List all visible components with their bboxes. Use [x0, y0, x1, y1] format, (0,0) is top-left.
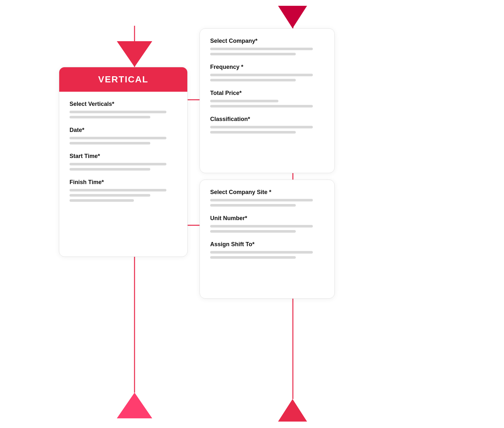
- field-group-company-site: Select Company Site *: [210, 189, 324, 207]
- field-line: [210, 100, 278, 102]
- field-line: [70, 189, 166, 191]
- field-label-date: Date*: [70, 127, 177, 134]
- field-line: [210, 256, 296, 259]
- field-label-verticals: Select Verticals*: [70, 101, 177, 107]
- bottom-triangle-site: [278, 399, 307, 422]
- field-label-company-site: Select Company Site *: [210, 189, 324, 196]
- field-label-start-time: Start Time*: [70, 153, 177, 160]
- field-line: [210, 230, 296, 233]
- field-label-finish-time: Finish Time*: [70, 179, 177, 186]
- top-triangle-company: [278, 6, 307, 28]
- field-line: [210, 225, 313, 228]
- vertical-card: VERTICAL Select Verticals* Date* Start T…: [59, 67, 188, 257]
- site-card: Select Company Site * Unit Number* Assig…: [200, 180, 335, 299]
- vertical-card-title: VERTICAL: [98, 74, 148, 84]
- field-line: [210, 79, 296, 81]
- field-line: [70, 116, 150, 118]
- field-label-assign-shift: Assign Shift To*: [210, 241, 324, 248]
- vertical-card-header: VERTICAL: [59, 67, 187, 92]
- field-group-total-price: Total Price*: [210, 90, 324, 107]
- field-group-unit-number: Unit Number*: [210, 215, 324, 233]
- bottom-triangle-vertical: [117, 393, 152, 418]
- field-label-total-price: Total Price*: [210, 90, 324, 97]
- scene: VERTICAL Select Verticals* Date* Start T…: [0, 0, 504, 428]
- field-label-unit-number: Unit Number*: [210, 215, 324, 222]
- field-line: [210, 131, 296, 134]
- field-label-select-company: Select Company*: [210, 38, 324, 44]
- field-line: [70, 163, 166, 165]
- field-line: [210, 105, 313, 107]
- field-line: [210, 199, 313, 201]
- top-triangle-vertical: [117, 41, 152, 67]
- field-group-assign-shift: Assign Shift To*: [210, 241, 324, 259]
- field-group-start-time: Start Time*: [70, 153, 177, 171]
- field-line: [210, 251, 313, 254]
- field-line: [70, 111, 166, 113]
- field-line: [70, 194, 150, 197]
- field-group-frequency: Frequency *: [210, 64, 324, 81]
- field-group-select-company: Select Company*: [210, 38, 324, 55]
- field-line: [70, 199, 134, 202]
- field-line: [70, 137, 166, 139]
- field-line: [210, 204, 296, 207]
- vertical-card-body: Select Verticals* Date* Start Time* Fini…: [59, 92, 187, 219]
- field-line: [70, 142, 150, 144]
- field-line: [210, 126, 313, 128]
- field-line: [210, 74, 313, 76]
- field-group-classification: Classification*: [210, 116, 324, 134]
- field-line: [210, 53, 296, 55]
- field-group-verticals: Select Verticals*: [70, 101, 177, 118]
- company-card-body: Select Company* Frequency * Total Price*…: [200, 29, 334, 151]
- field-group-date: Date*: [70, 127, 177, 144]
- field-group-finish-time: Finish Time*: [70, 179, 177, 202]
- field-line: [70, 168, 150, 171]
- field-label-frequency: Frequency *: [210, 64, 324, 70]
- field-label-classification: Classification*: [210, 116, 324, 123]
- field-line: [210, 48, 313, 50]
- site-card-body: Select Company Site * Unit Number* Assig…: [200, 180, 334, 276]
- company-card: Select Company* Frequency * Total Price*…: [200, 28, 335, 173]
